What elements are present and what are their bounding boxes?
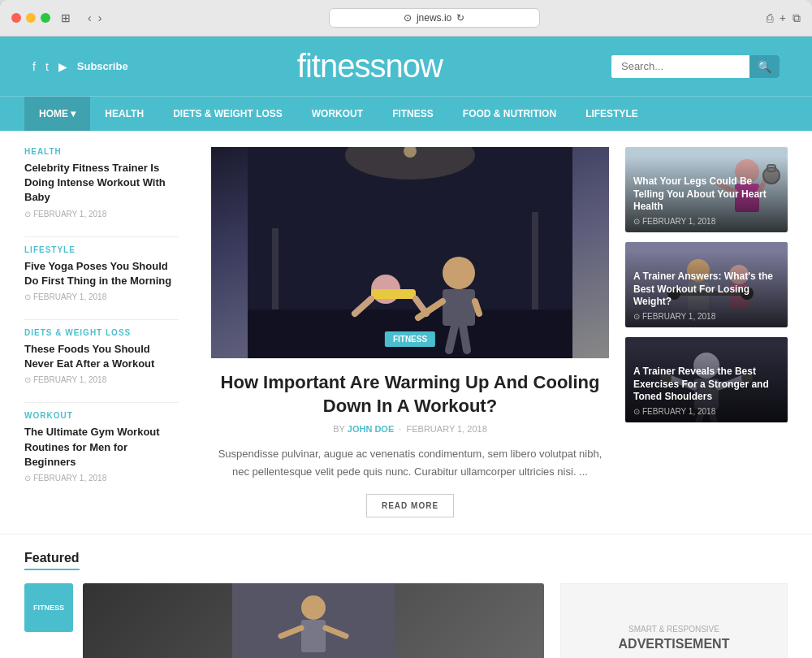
ad-subtitle: Smart & Responsive [628, 625, 719, 634]
main-article-meta: BY JOHN DOE · FEBRUARY 1, 2018 [211, 424, 609, 434]
sidebar-divider-1 [24, 319, 179, 320]
facebook-icon[interactable]: f [32, 60, 36, 73]
right-card-date-2: FEBRUARY 1, 2018 [633, 407, 780, 416]
read-more-button[interactable]: READ MORE [366, 494, 454, 517]
reload-icon[interactable]: ↻ [456, 12, 464, 24]
maximize-button[interactable] [41, 13, 50, 23]
browser-controls: ‹ › [88, 11, 102, 24]
main-article-excerpt: Suspendisse pulvinar, augue ac venenatis… [211, 445, 609, 481]
sidebar-title-0[interactable]: Celebrity Fitness Trainer Is Doing Inten… [24, 161, 179, 206]
sidebar-article-2: DIETS & WEIGHT LOSS These Foods You Shou… [24, 328, 179, 384]
url-text: jnews.io [417, 12, 451, 24]
right-card-2[interactable]: A Trainer Reveals the Best Exercises For… [625, 337, 788, 422]
fitness-badge: FITNESS [385, 331, 435, 347]
advertisement-block: Smart & Responsive ADVERTISEMENT [560, 583, 788, 658]
right-card-1[interactable]: A Trainer Answers: What's the Best Worko… [625, 242, 788, 327]
share-icon[interactable]: ⎙ [767, 11, 773, 24]
sidebar-date-0: FEBRUARY 1, 2018 [24, 210, 179, 219]
top-bar: f t ▶ Subscribe fitnessnow 🔍 [0, 37, 812, 96]
svg-rect-5 [532, 212, 538, 310]
featured-section: Featured FITNESS [0, 534, 812, 658]
traffic-lights [11, 13, 50, 23]
close-button[interactable] [11, 13, 21, 23]
minimize-button[interactable] [26, 13, 36, 23]
featured-thumbnail [83, 583, 544, 658]
nav-item-workout[interactable]: WORKOUT [297, 97, 378, 131]
right-card-overlay-0: What Your Legs Could Be Telling You Abou… [625, 156, 788, 232]
sidebar-date-3: FEBRUARY 1, 2018 [24, 474, 179, 483]
browser-titlebar: ⊞ ‹ › ⊙ jnews.io ↻ ⎙ + ⧉ [0, 0, 812, 37]
address-bar[interactable]: ⊙ jnews.io ↻ [329, 8, 540, 28]
subscribe-link[interactable]: Subscribe [77, 60, 128, 72]
main-article-image [211, 147, 609, 358]
security-icon: ⊙ [404, 12, 412, 24]
search-button[interactable]: 🔍 [749, 55, 780, 78]
main-article-title[interactable]: How Important Are Warming Up And Cooling… [211, 371, 609, 418]
ad-title: ADVERTISEMENT [619, 637, 730, 652]
nav-item-health[interactable]: HEALTH [90, 97, 158, 131]
browser-actions: ⎙ + ⧉ [767, 11, 801, 25]
back-button[interactable]: ‹ [88, 11, 92, 24]
article-date: FEBRUARY 1, 2018 [407, 424, 487, 434]
right-card-date-0: FEBRUARY 1, 2018 [633, 217, 780, 226]
nav-item-home[interactable]: HOME ▾ [24, 97, 90, 131]
sidebar-date-1: FEBRUARY 1, 2018 [24, 292, 179, 301]
website-content: f t ▶ Subscribe fitnessnow 🔍 HOME ▾ HEAL… [0, 37, 812, 658]
window-icon: ⊞ [58, 11, 73, 25]
left-sidebar: HEALTH Celebrity Fitness Trainer Is Doin… [24, 147, 195, 517]
right-card-title-0: What Your Legs Could Be Telling You Abou… [633, 175, 780, 214]
sidebar-title-2[interactable]: These Foods You Should Never Eat After a… [24, 342, 179, 371]
svg-point-41 [301, 595, 326, 620]
sidebar-article-1: LIFESTYLE Five Yoga Poses You Should Do … [24, 245, 179, 301]
sidebar-date-2: FEBRUARY 1, 2018 [24, 375, 179, 384]
search-box: 🔍 [611, 55, 780, 78]
browser-window: ⊞ ‹ › ⊙ jnews.io ↻ ⎙ + ⧉ f t ▶ Subscribe [0, 0, 812, 658]
sidebar-article-3: WORKOUT The Ultimate Gym Workout Routine… [24, 411, 179, 483]
featured-articles: FITNESS This Easy Cardio Swap Will Hel [24, 583, 788, 658]
sidebar-category-1: LIFESTYLE [24, 245, 179, 254]
nav-bar: HOME ▾ HEALTH DIETS & WEIGHT LOSS WORKOU… [0, 96, 812, 131]
social-links: f t ▶ Subscribe [32, 60, 128, 73]
svg-rect-42 [301, 620, 326, 652]
sidebar-category-2: DIETS & WEIGHT LOSS [24, 328, 179, 337]
by-label: BY [333, 424, 344, 434]
featured-badge: FITNESS [24, 583, 73, 632]
svg-rect-4 [272, 228, 279, 310]
svg-rect-7 [371, 289, 416, 299]
featured-label: Featured [24, 551, 80, 570]
right-card-overlay-1: A Trainer Answers: What's the Best Worko… [625, 251, 788, 327]
tabs-icon[interactable]: ⧉ [793, 11, 801, 25]
main-content: HEALTH Celebrity Fitness Trainer Is Doin… [0, 131, 812, 534]
svg-point-10 [443, 257, 475, 289]
forward-button[interactable]: › [98, 11, 102, 24]
sidebar-title-3[interactable]: The Ultimate Gym Workout Routines for Me… [24, 425, 179, 470]
sidebar-article-0: HEALTH Celebrity Fitness Trainer Is Doin… [24, 147, 179, 219]
sidebar-divider-0 [24, 236, 179, 237]
svg-rect-11 [443, 289, 475, 326]
right-card-title-1: A Trainer Answers: What's the Best Worko… [633, 271, 780, 309]
sidebar-title-1[interactable]: Five Yoga Poses You Should Do First Thin… [24, 259, 179, 288]
svg-line-15 [463, 326, 467, 350]
featured-left-article: FITNESS This Easy Cardio Swap Will Hel [24, 583, 544, 658]
new-tab-icon[interactable]: + [780, 11, 786, 24]
right-card-0[interactable]: What Your Legs Could Be Telling You Abou… [625, 147, 788, 232]
sidebar-category-0: HEALTH [24, 147, 179, 156]
twitter-icon[interactable]: t [45, 60, 49, 73]
address-bar-wrapper: ⊙ jnews.io ↻ [110, 8, 758, 28]
nav-item-fitness[interactable]: FITNESS [378, 97, 448, 131]
right-card-date-1: FEBRUARY 1, 2018 [633, 312, 780, 321]
youtube-icon[interactable]: ▶ [58, 60, 67, 73]
author-link[interactable]: JOHN DOE [348, 424, 394, 434]
nav-item-diets[interactable]: DIETS & WEIGHT LOSS [158, 97, 297, 131]
svg-line-14 [449, 326, 455, 350]
nav-item-lifestyle[interactable]: LIFESTYLE [571, 97, 653, 131]
site-logo: fitnessnow [297, 48, 443, 84]
nav-item-food[interactable]: FOOD & NUTRITION [448, 97, 571, 131]
right-sidebar: What Your Legs Could Be Telling You Abou… [625, 147, 788, 517]
center-article: FITNESS How Important Are Warming Up And… [195, 147, 625, 517]
logo-light: now [385, 48, 442, 84]
search-input[interactable] [611, 55, 749, 78]
sidebar-divider-2 [24, 402, 179, 403]
right-card-title-2: A Trainer Reveals the Best Exercises For… [633, 366, 780, 404]
sidebar-category-3: WORKOUT [24, 411, 179, 420]
